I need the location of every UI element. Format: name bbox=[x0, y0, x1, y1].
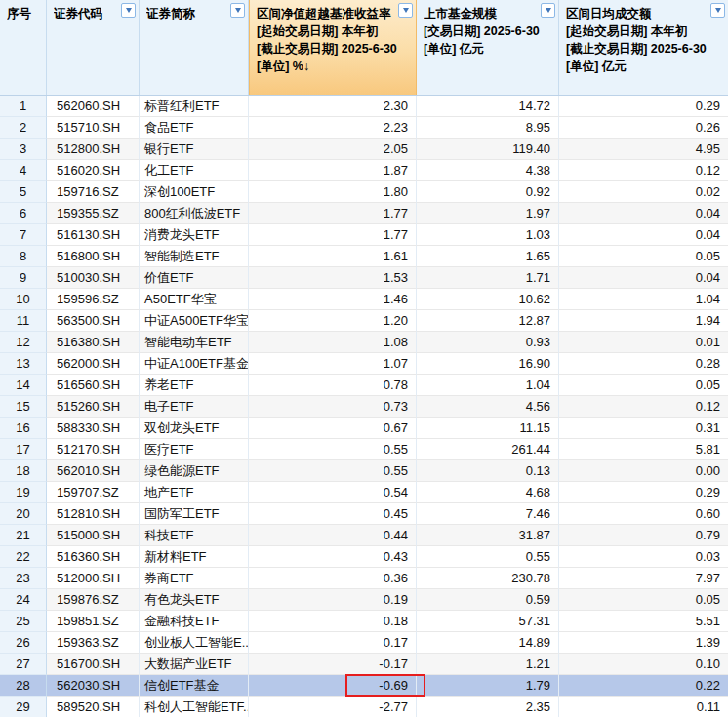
filter-button-return[interactable] bbox=[398, 3, 413, 18]
cell-code[interactable]: 562030.SH bbox=[47, 675, 140, 697]
cell-scale[interactable]: 1.79 bbox=[417, 675, 559, 697]
cell-code[interactable]: 512800.SH bbox=[47, 139, 140, 160]
cell-return[interactable]: 0.17 bbox=[249, 632, 417, 654]
cell-volume[interactable]: 0.10 bbox=[559, 654, 728, 675]
cell-volume[interactable]: 0.05 bbox=[559, 589, 728, 611]
table-row[interactable]: 5159716.SZ深创100ETF1.800.920.02 bbox=[0, 181, 728, 203]
cell-idx[interactable]: 10 bbox=[0, 289, 47, 310]
cell-scale[interactable]: 1.97 bbox=[417, 203, 559, 224]
cell-idx[interactable]: 12 bbox=[0, 332, 47, 353]
cell-volume[interactable]: 0.12 bbox=[559, 160, 728, 181]
cell-name[interactable]: 深创100ETF bbox=[140, 181, 249, 203]
cell-scale[interactable]: 230.78 bbox=[417, 568, 559, 589]
cell-code[interactable]: 510030.SH bbox=[47, 267, 140, 289]
cell-volume[interactable]: 0.11 bbox=[559, 697, 728, 717]
cell-scale[interactable]: 1.65 bbox=[417, 246, 559, 267]
cell-volume[interactable]: 0.29 bbox=[559, 96, 728, 117]
cell-return[interactable]: 1.80 bbox=[249, 181, 417, 203]
cell-idx[interactable]: 29 bbox=[0, 697, 47, 717]
table-row[interactable]: 22516360.SH新材料ETF0.430.550.03 bbox=[0, 546, 728, 568]
cell-idx[interactable]: 17 bbox=[0, 439, 47, 460]
cell-volume[interactable]: 0.05 bbox=[559, 246, 728, 267]
cell-return[interactable]: 0.44 bbox=[249, 525, 417, 546]
cell-scale[interactable]: 10.62 bbox=[417, 289, 559, 310]
cell-idx[interactable]: 24 bbox=[0, 589, 47, 611]
cell-volume[interactable]: 7.97 bbox=[559, 568, 728, 589]
table-row[interactable]: 10159596.SZA50ETF华宝1.4610.621.04 bbox=[0, 289, 728, 310]
table-row[interactable]: 9510030.SH价值ETF1.531.710.04 bbox=[0, 267, 728, 289]
cell-code[interactable]: 512000.SH bbox=[47, 568, 140, 589]
cell-scale[interactable]: 14.89 bbox=[417, 632, 559, 654]
cell-scale[interactable]: 57.31 bbox=[417, 611, 559, 632]
cell-code[interactable]: 159851.SZ bbox=[47, 611, 140, 632]
cell-return[interactable]: 0.36 bbox=[249, 568, 417, 589]
cell-name[interactable]: 食品ETF bbox=[140, 117, 249, 139]
cell-return[interactable]: 0.19 bbox=[249, 589, 417, 611]
cell-scale[interactable]: 4.68 bbox=[417, 482, 559, 503]
cell-scale[interactable]: 0.92 bbox=[417, 181, 559, 203]
cell-scale[interactable]: 261.44 bbox=[417, 439, 559, 460]
cell-scale[interactable]: 11.15 bbox=[417, 418, 559, 439]
cell-scale[interactable]: 14.72 bbox=[417, 96, 559, 117]
table-row[interactable]: 18562010.SH绿色能源ETF0.550.130.00 bbox=[0, 460, 728, 482]
table-row[interactable]: 6159355.SZ800红利低波ETF1.771.970.04 bbox=[0, 203, 728, 224]
cell-volume[interactable]: 0.28 bbox=[559, 353, 728, 375]
cell-idx[interactable]: 21 bbox=[0, 525, 47, 546]
cell-code[interactable]: 159716.SZ bbox=[47, 181, 140, 203]
cell-idx[interactable]: 11 bbox=[0, 310, 47, 332]
cell-name[interactable]: 金融科技ETF bbox=[140, 611, 249, 632]
cell-code[interactable]: 159355.SZ bbox=[47, 203, 140, 224]
table-row[interactable]: 15515260.SH电子ETF0.734.560.12 bbox=[0, 396, 728, 418]
cell-volume[interactable]: 0.04 bbox=[559, 224, 728, 246]
cell-return[interactable]: 1.77 bbox=[249, 224, 417, 246]
cell-code[interactable]: 562010.SH bbox=[47, 460, 140, 482]
cell-volume[interactable]: 1.39 bbox=[559, 632, 728, 654]
cell-return[interactable]: -0.17 bbox=[249, 654, 417, 675]
table-row[interactable]: 7516130.SH消费龙头ETF1.771.030.04 bbox=[0, 224, 728, 246]
cell-return[interactable]: 0.55 bbox=[249, 460, 417, 482]
cell-name[interactable]: 券商ETF bbox=[140, 568, 249, 589]
cell-name[interactable]: 养老ETF bbox=[140, 375, 249, 396]
cell-volume[interactable]: 0.22 bbox=[559, 675, 728, 697]
cell-return[interactable]: 0.73 bbox=[249, 396, 417, 418]
cell-return[interactable]: 2.23 bbox=[249, 117, 417, 139]
filter-button-volume[interactable] bbox=[710, 3, 725, 18]
cell-scale[interactable]: 31.87 bbox=[417, 525, 559, 546]
cell-code[interactable]: 159363.SZ bbox=[47, 632, 140, 654]
cell-return[interactable]: 1.87 bbox=[249, 160, 417, 181]
cell-code[interactable]: 515000.SH bbox=[47, 525, 140, 546]
cell-name[interactable]: 国防军工ETF bbox=[140, 503, 249, 525]
cell-idx[interactable]: 6 bbox=[0, 203, 47, 224]
cell-code[interactable]: 563500.SH bbox=[47, 310, 140, 332]
table-row[interactable]: 20512810.SH国防军工ETF0.457.460.60 bbox=[0, 503, 728, 525]
cell-idx[interactable]: 19 bbox=[0, 482, 47, 503]
table-row[interactable]: 24159876.SZ有色龙头ETF0.190.590.05 bbox=[0, 589, 728, 611]
table-row[interactable]: 27516700.SH大数据产业ETF-0.171.210.10 bbox=[0, 654, 728, 675]
cell-idx[interactable]: 22 bbox=[0, 546, 47, 568]
cell-return[interactable]: 1.61 bbox=[249, 246, 417, 267]
cell-name[interactable]: 新材料ETF bbox=[140, 546, 249, 568]
cell-name[interactable]: 智能制造ETF bbox=[140, 246, 249, 267]
cell-idx[interactable]: 23 bbox=[0, 568, 47, 589]
cell-name[interactable]: 标普红利ETF bbox=[140, 96, 249, 117]
cell-volume[interactable]: 0.26 bbox=[559, 117, 728, 139]
cell-code[interactable]: 516700.SH bbox=[47, 654, 140, 675]
cell-idx[interactable]: 3 bbox=[0, 139, 47, 160]
cell-code[interactable]: 515260.SH bbox=[47, 396, 140, 418]
cell-volume[interactable]: 0.05 bbox=[559, 375, 728, 396]
cell-idx[interactable]: 1 bbox=[0, 96, 47, 117]
cell-name[interactable]: 银行ETF bbox=[140, 139, 249, 160]
cell-code[interactable]: 159596.SZ bbox=[47, 289, 140, 310]
cell-idx[interactable]: 15 bbox=[0, 396, 47, 418]
col-header-volume[interactable]: 区间日均成交额 [起始交易日期] 本年初 [截止交易日期] 2025-6-30 … bbox=[559, 0, 728, 95]
cell-scale[interactable]: 0.13 bbox=[417, 460, 559, 482]
cell-return[interactable]: 1.46 bbox=[249, 289, 417, 310]
cell-return[interactable]: 1.20 bbox=[249, 310, 417, 332]
cell-idx[interactable]: 2 bbox=[0, 117, 47, 139]
cell-name[interactable]: 科创人工智能ETF... bbox=[140, 697, 249, 717]
cell-code[interactable]: 562060.SH bbox=[47, 96, 140, 117]
cell-scale[interactable]: 0.93 bbox=[417, 332, 559, 353]
filter-button-code[interactable] bbox=[121, 3, 136, 18]
cell-scale[interactable]: 1.71 bbox=[417, 267, 559, 289]
cell-volume[interactable]: 5.81 bbox=[559, 439, 728, 460]
